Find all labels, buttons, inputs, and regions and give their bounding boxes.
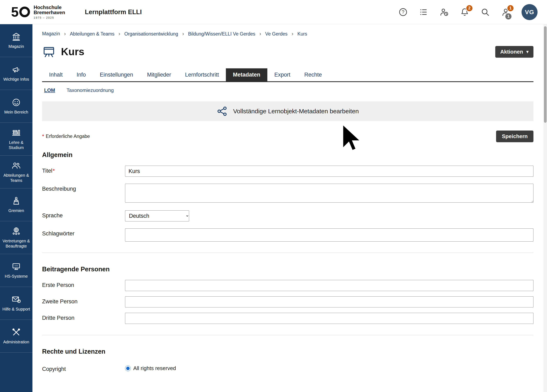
sidebar-item-label: Magazin [8, 44, 24, 49]
dritte-person-label: Dritte Person [42, 313, 125, 321]
edit-full-metadata-banner[interactable]: Vollständige Lernobjekt-Metadaten bearbe… [42, 101, 533, 121]
breadcrumb-item[interactable]: Bildung/Wissen/ELLI Ve Gerdes [182, 31, 255, 37]
tools-icon [12, 328, 21, 337]
zweite-person-label: Zweite Person [42, 296, 125, 305]
beschreibung-textarea[interactable] [125, 184, 533, 203]
sidebar-item-hilfe-support[interactable]: ? Hilfe & Support [0, 287, 33, 320]
titel-input[interactable] [125, 166, 533, 177]
tab-mitglieder[interactable]: Mitglieder [140, 68, 178, 81]
breadcrumb-item[interactable]: Abteilungen & Teams [64, 31, 114, 37]
tab-rechte[interactable]: Rechte [297, 68, 329, 81]
main-content: Magazin Abteilungen & Teams Organisation… [33, 24, 547, 392]
breadcrumb-item[interactable]: Magazin [42, 31, 60, 37]
svg-text:?: ? [402, 9, 404, 15]
sidebar-item-lehre-studium[interactable]: Lehre & Studium [0, 123, 33, 155]
tab-metadaten[interactable]: Metadaten [226, 68, 267, 81]
sidebar-item-label: HS-Systeme [5, 274, 28, 279]
erste-person-input[interactable] [125, 280, 533, 291]
schlagwoerter-label: Schlagwörter [42, 229, 125, 237]
sidebar-item-abteilungen-teams[interactable]: Abteilungen & Teams [0, 155, 33, 189]
sidebar-item-label: Gremien [8, 208, 24, 213]
lectern-icon [12, 196, 21, 206]
breadcrumb-item[interactable]: Kurs [292, 31, 307, 37]
dritte-person-input[interactable] [125, 313, 533, 324]
logo-name-line1: Hochschule [34, 5, 65, 10]
sidebar-item-label: Abteilungen & Teams [1, 173, 31, 183]
section-title-beitragende: Beitragende Personen [42, 266, 533, 273]
contacts-badge: 1 [507, 5, 514, 12]
form-row-zweite-person: Zweite Person [42, 296, 533, 307]
logo-number: 5 [11, 5, 19, 19]
logo-name-line2: Bremerhaven [34, 10, 65, 15]
logo-ring [19, 7, 30, 17]
sprache-label: Sprache [42, 210, 125, 219]
breadcrumb-item[interactable]: Organisationsentwicklung [118, 31, 178, 37]
schlagwoerter-input[interactable] [125, 229, 533, 242]
user-avatar[interactable]: VG [521, 4, 538, 20]
megaphone-icon [12, 65, 21, 74]
copyright-option[interactable]: All rights reserved [125, 365, 533, 372]
form-row-beschreibung: Beschreibung [42, 184, 533, 203]
required-asterisk [42, 133, 44, 139]
actions-dropdown-button[interactable]: Aktionen [495, 46, 533, 58]
share-nodes-icon [217, 106, 228, 117]
course-board-icon [42, 45, 56, 58]
sidebar-item-label: Mein Bereich [4, 110, 28, 115]
form-toolbar: Erforderliche Angabe Speichern [42, 130, 533, 142]
sidebar-item-label: Administration [3, 339, 29, 345]
top-bar: 5 Hochschule Bremerhaven 1975 – 2025 Ler… [0, 0, 547, 24]
tab-lernfortschritt[interactable]: Lernfortschritt [178, 68, 226, 81]
scrollbar-thumb[interactable] [544, 26, 547, 123]
books-icon [12, 128, 21, 137]
todo-list-icon[interactable] [419, 7, 428, 17]
sidebar-item-administration[interactable]: Administration [0, 320, 33, 353]
subtab-lom[interactable]: LOM [44, 88, 55, 93]
save-button[interactable]: Speichern [496, 130, 533, 142]
sidebar-item-mein-bereich[interactable]: Mein Bereich [0, 90, 33, 123]
main-sidebar: Magazin Wichtige Infos Mein Bereich Lehr… [0, 24, 33, 392]
required-note: Erforderliche Angabe [42, 133, 90, 139]
tab-info[interactable]: Info [70, 68, 93, 81]
contacts-icon[interactable]: 1 1 [501, 7, 510, 17]
app-title: Lernplattform ELLI [85, 8, 142, 16]
who-is-online-icon[interactable] [439, 7, 449, 17]
tab-export[interactable]: Export [267, 68, 297, 81]
notifications-bell-icon[interactable]: 2 [460, 7, 469, 17]
anniversary-50-logo: 5 [11, 5, 30, 19]
sidebar-item-label: Vertretungen & Beauftragte [1, 238, 31, 249]
copyright-option-label: All rights reserved [133, 365, 176, 372]
people-icon [12, 161, 21, 170]
beschreibung-label: Beschreibung [42, 184, 125, 192]
copyright-radio[interactable] [125, 365, 131, 371]
header-actions: ? 2 1 1 VG [398, 4, 538, 20]
search-icon[interactable] [480, 7, 490, 17]
section-divider [42, 335, 533, 335]
sidebar-item-wichtige-infos[interactable]: Wichtige Infos [0, 57, 33, 90]
copyright-label: Copyright [42, 365, 125, 372]
tab-bar: Inhalt Info Einstellungen Mitglieder Ler… [42, 68, 533, 82]
breadcrumb: Magazin Abteilungen & Teams Organisation… [42, 31, 533, 37]
form-row-schlagwoerter: Schlagwörter [42, 229, 533, 242]
subtab-bar: LOM Taxonomiezuordnung [42, 88, 533, 93]
sidebar-item-magazin[interactable]: Magazin [0, 24, 33, 57]
sprache-select[interactable]: Deutsch [125, 210, 189, 222]
contacts-secondary-badge: 1 [505, 13, 512, 20]
sidebar-item-label: Wichtige Infos [3, 77, 29, 82]
tab-inhalt[interactable]: Inhalt [42, 68, 70, 81]
section-divider [42, 253, 533, 253]
sidebar-item-vertretungen[interactable]: Vertretungen & Beauftragte [0, 221, 33, 254]
zweite-person-input[interactable] [125, 296, 533, 307]
sidebar-item-hs-systeme[interactable]: HS-Systeme [0, 254, 33, 287]
titel-label: Titel [42, 166, 125, 174]
notifications-badge: 2 [466, 5, 473, 12]
help-icon[interactable]: ? [398, 7, 408, 17]
sidebar-item-gremien[interactable]: Gremien [0, 189, 33, 221]
smiley-icon [12, 98, 21, 107]
svg-text:?: ? [19, 300, 20, 302]
page-title: Kurs [61, 46, 84, 58]
subtab-taxonomiezuordnung[interactable]: Taxonomiezuordnung [67, 88, 114, 93]
museum-icon [12, 32, 21, 41]
tab-einstellungen[interactable]: Einstellungen [93, 68, 140, 81]
breadcrumb-item[interactable]: Ve Gerdes [259, 31, 287, 37]
section-title-allgemein: Allgemein [42, 151, 533, 159]
